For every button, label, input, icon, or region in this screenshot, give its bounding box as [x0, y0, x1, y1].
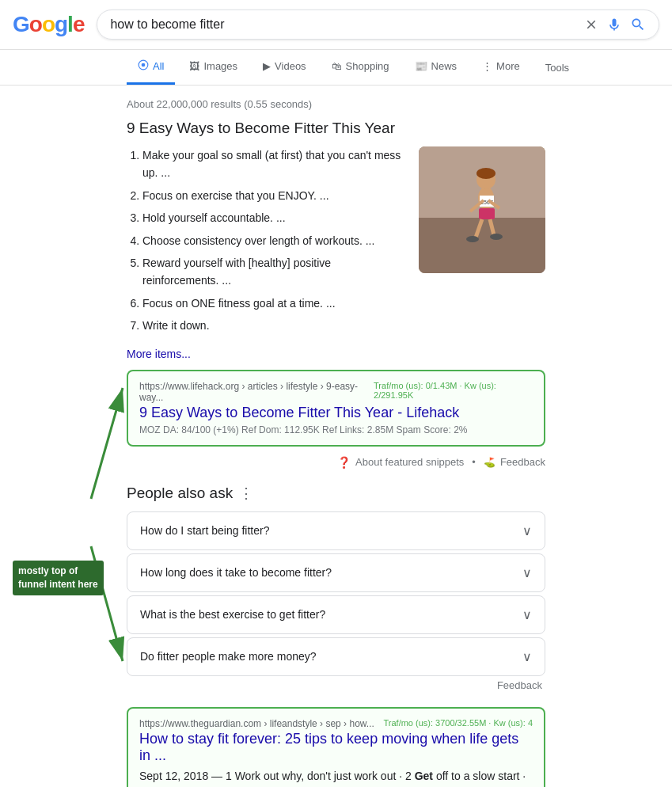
- snippet-image: 2567: [419, 146, 545, 273]
- results-area: About 22,000,000 results (0.55 seconds) …: [0, 86, 672, 787]
- paa-question-3: Do fitter people make more money?: [140, 650, 317, 663]
- paa-item-3[interactable]: Do fitter people make more money? ∨: [127, 637, 545, 676]
- google-logo: Google: [13, 12, 84, 37]
- second-result-traf: Traf/mo (us): 3700/32.55M · Kw (us): 4: [384, 718, 533, 729]
- list-item: Write it down.: [142, 317, 406, 334]
- snippet-footer: ❓ About featured snippets • ⛳ Feedback: [127, 456, 545, 469]
- second-result-title[interactable]: How to stay fit forever: 25 tips to keep…: [139, 731, 533, 764]
- videos-icon: ▶: [263, 60, 271, 72]
- snippet-ordered-list: Make your goal so small (at first) that …: [127, 146, 406, 335]
- paa-question-1: How long does it take to become fitter?: [140, 566, 332, 579]
- svg-point-10: [476, 168, 495, 179]
- images-icon: 🖼: [189, 60, 199, 72]
- tab-shopping[interactable]: 🛍 Shopping: [321, 51, 401, 84]
- annotation-label: mostly top of funnel intent here: [13, 561, 104, 595]
- nav-tabs: All 🖼 Images ▶ Videos 🛍 Shopping 📰 News …: [0, 50, 672, 86]
- more-dots-icon: ⋮: [482, 60, 492, 72]
- first-result-meta: MOZ DA: 84/100 (+1%) Ref Dom: 112.95K Re…: [139, 424, 533, 435]
- paa-question-0: How do I start being fitter?: [140, 524, 269, 537]
- flag-icon: ⛳: [484, 457, 495, 468]
- header: Google: [0, 0, 672, 50]
- list-item: Make your goal so small (at first) that …: [142, 146, 406, 182]
- tab-all[interactable]: All: [127, 50, 175, 85]
- paa-feedback-link[interactable]: Feedback: [497, 679, 542, 691]
- paa-chevron-0: ∨: [522, 523, 532, 538]
- search-button[interactable]: [630, 17, 646, 32]
- second-result-snippet: Sept 12, 2018 — 1 Work out why, don't ju…: [139, 767, 533, 787]
- about-featured-snippets-link[interactable]: About featured snippets: [355, 456, 464, 468]
- paa-feedback: Feedback: [127, 679, 545, 691]
- more-items-link[interactable]: More items...: [127, 348, 545, 360]
- paa-item-0[interactable]: How do I start being fitter? ∨: [127, 511, 545, 550]
- people-also-ask-section: People also ask ⋮ How do I start being f…: [127, 485, 545, 691]
- paa-header: People also ask ⋮: [127, 485, 545, 502]
- paa-item-1[interactable]: How long does it take to become fitter? …: [127, 553, 545, 592]
- paa-chevron-1: ∨: [522, 565, 532, 580]
- paa-chevron-3: ∨: [522, 649, 532, 664]
- second-result-url: https://www.theguardian.com › lifeandsty…: [139, 718, 533, 729]
- svg-point-16: [466, 236, 479, 242]
- all-icon: [138, 59, 149, 73]
- question-icon: ❓: [337, 456, 351, 469]
- paa-title: People also ask: [127, 485, 233, 502]
- results-count: About 22,000,000 results (0.55 seconds): [127, 92, 545, 120]
- search-bar[interactable]: [97, 10, 659, 40]
- first-result-title[interactable]: 9 Easy Ways to Become Fitter This Year -…: [139, 405, 533, 421]
- snippet-feedback-link[interactable]: Feedback: [500, 456, 545, 468]
- search-icon: [630, 17, 646, 32]
- svg-point-17: [490, 234, 503, 240]
- paa-chevron-2: ∨: [522, 607, 532, 622]
- list-item: Reward yourself with [healthy] positive …: [142, 254, 406, 290]
- close-icon: [584, 17, 598, 32]
- separator-dot: •: [472, 456, 476, 468]
- tab-images[interactable]: 🖼 Images: [178, 51, 249, 84]
- paa-item-2[interactable]: What is the best exercise to get fitter?…: [127, 595, 545, 634]
- paa-more-icon[interactable]: ⋮: [239, 485, 253, 502]
- list-item: Choose consistency over length of workou…: [142, 232, 406, 249]
- news-icon: 📰: [415, 60, 427, 72]
- first-result-card: https://www.lifehack.org › articles › li…: [127, 370, 545, 447]
- featured-snippet-title: 9 Easy Ways to Become Fitter This Year: [127, 120, 545, 137]
- first-result-traf: Traf/mo (us): 0/1.43M · Kw (us): 2/291.9…: [374, 381, 533, 403]
- shopping-icon: 🛍: [332, 60, 342, 72]
- list-item: Hold yourself accountable. ...: [142, 209, 406, 226]
- featured-snippet-content: Make your goal so small (at first) that …: [127, 146, 545, 340]
- second-result-card: https://www.theguardian.com › lifeandsty…: [127, 707, 545, 787]
- snippet-list: Make your goal so small (at first) that …: [127, 146, 406, 340]
- list-item: Focus on exercise that you ENJOY. ...: [142, 187, 406, 204]
- list-item: Focus on ONE fitness goal at a time. ...: [142, 295, 406, 312]
- svg-point-5: [142, 63, 146, 67]
- tab-news[interactable]: 📰 News: [404, 51, 469, 84]
- runner-photo: 2567: [419, 146, 545, 273]
- voice-search-button[interactable]: [606, 17, 622, 32]
- tab-more[interactable]: ⋮ More: [471, 51, 531, 84]
- microphone-icon: [606, 17, 622, 32]
- search-input[interactable]: [110, 17, 578, 32]
- more-items-anchor[interactable]: More items...: [127, 348, 191, 360]
- first-result-url: https://www.lifehack.org › articles › li…: [139, 381, 533, 403]
- tab-videos[interactable]: ▶ Videos: [252, 51, 317, 84]
- svg-rect-13: [479, 208, 495, 219]
- paa-question-2: What is the best exercise to get fitter?: [140, 608, 325, 621]
- clear-search-button[interactable]: [584, 17, 598, 32]
- svg-rect-7: [419, 218, 545, 273]
- tools-button[interactable]: Tools: [534, 52, 580, 83]
